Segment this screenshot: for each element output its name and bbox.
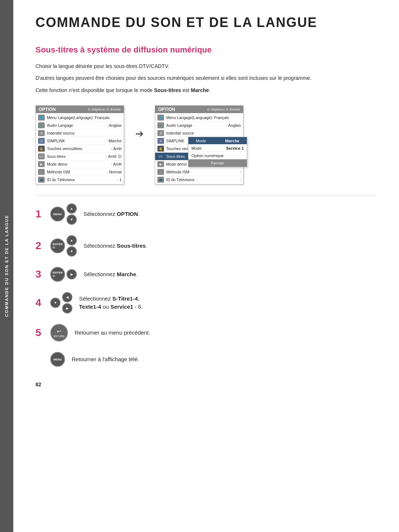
step-3-number: 3 bbox=[35, 269, 44, 279]
lock-icon: 🔒 bbox=[157, 146, 164, 152]
menu-row: 🔊 Audio Langage : Anglais bbox=[155, 122, 243, 129]
menu-left-header: OPTION ⊙ Déplacer ⊙ Entrée bbox=[36, 106, 124, 113]
gear-icon: ⚙ bbox=[38, 130, 45, 136]
menu-right-nav: ⊙ Déplacer ⊙ Entrée bbox=[207, 108, 240, 111]
gear-icon: ⚙ bbox=[157, 130, 164, 136]
popup-submenu: ◀ Mode Marche ▶ Mode Service 1 Option nu… bbox=[188, 137, 247, 167]
menu-row: 📺 ID du Téléviseur : 1 bbox=[36, 176, 124, 183]
lock-icon: 🔒 bbox=[38, 146, 45, 152]
cc-icon: CC bbox=[157, 153, 164, 159]
bullet-icon bbox=[118, 155, 122, 158]
arrow-right: ➔ bbox=[135, 105, 144, 140]
menu-row: ▶ Mode démo : Arrêt bbox=[36, 160, 124, 168]
popup-row-service1: Mode Service 1 bbox=[188, 145, 247, 152]
menu-row: 🔊 Audio Langage : Anglais bbox=[36, 122, 124, 129]
menu-row: 🌐 Menu Langage(Language): Français bbox=[36, 114, 124, 122]
ism-icon: ~ bbox=[157, 169, 164, 175]
speaker-icon: 🔊 bbox=[157, 122, 164, 128]
step-3: 3 ENTER⊙ Sélectionnez Marche. bbox=[35, 267, 377, 282]
step-1-icons: MENU bbox=[50, 203, 77, 225]
enter-button-2: ENTER⊙ bbox=[50, 267, 65, 282]
arrow-symbol: ➔ bbox=[135, 128, 144, 140]
para2: D'autres langues peuvent être choisies p… bbox=[35, 74, 377, 82]
down-nav-btn bbox=[66, 246, 77, 257]
menu-row: 📺 ID du Téléviseur : bbox=[155, 176, 243, 183]
step-3-text: Sélectionnez Marche. bbox=[83, 270, 138, 279]
popup-arrow-right: ▶ bbox=[241, 139, 244, 143]
cc-icon: CC bbox=[38, 153, 45, 159]
globe-icon: 🌐 bbox=[157, 115, 164, 121]
para3: Cette fonction n'est disponible que lors… bbox=[35, 86, 377, 94]
speaker-icon: 🔊 bbox=[38, 122, 45, 128]
demo-icon: ▶ bbox=[38, 161, 45, 167]
ism-icon: ~ bbox=[38, 169, 45, 175]
para3-bold1: Sous-titres bbox=[154, 87, 181, 93]
enter-button: ENTER⊙ bbox=[50, 238, 65, 253]
menu-button: MENU bbox=[50, 207, 65, 221]
step-menu-icons: MENU bbox=[50, 352, 65, 367]
demo-icon: ▶ bbox=[157, 161, 164, 167]
tv-icon: 📺 bbox=[157, 177, 164, 183]
globe-icon: 🌐 bbox=[38, 115, 45, 121]
step-5: 5 ↩ RETURN Retourner au menu précédent. bbox=[35, 324, 377, 342]
step-1-text: Sélectionnez OPTION. bbox=[83, 210, 140, 218]
steps-section: 1 MENU Sélectionnez OPTION. 2 ENTER⊙ bbox=[35, 203, 377, 367]
step-5-icons: ↩ RETURN bbox=[50, 324, 68, 342]
step-2: 2 ENTER⊙ Sélectionnez Sous-titres. bbox=[35, 235, 377, 257]
step-2-text: Sélectionnez Sous-titres. bbox=[83, 242, 147, 250]
menu-right-container: OPTION ⊙ Déplacer ⊙ Entrée 🌐 Menu Langag… bbox=[155, 105, 243, 184]
menus-row: OPTION ⊙ Déplacer ⊙ Entrée 🌐 Menu Langag… bbox=[35, 105, 377, 184]
menu-row: S SIMPLINK : Marche bbox=[36, 137, 124, 145]
divider bbox=[35, 196, 377, 196]
section-heading: Sous-titres à système de diffusion numér… bbox=[35, 45, 377, 55]
sidebar-label: COMMANDE DU SON ET DE LA LANGUE bbox=[4, 215, 9, 317]
return-button: ↩ RETURN bbox=[50, 324, 68, 342]
step-5-number: 5 bbox=[35, 328, 44, 338]
para3-bold2: Marche bbox=[191, 87, 209, 93]
step-1: 1 MENU Sélectionnez OPTION. bbox=[35, 203, 377, 225]
menu-row: ⚙ Indentité source bbox=[155, 129, 243, 137]
simplink-icon: S bbox=[38, 138, 45, 144]
para3-end: . bbox=[209, 87, 211, 93]
menu-left-nav: ⊙ Déplacer ⊙ Entrée bbox=[88, 108, 121, 111]
simplink-icon: S bbox=[157, 138, 164, 144]
step-4: 4 Sélectionnez S-Titre1-4, Texte1-4 ou S… bbox=[35, 292, 377, 314]
step-5-text: Retourner au menu précédent. bbox=[75, 329, 150, 337]
menu-button-2: MENU bbox=[50, 352, 65, 367]
para3-mid: est bbox=[181, 87, 191, 93]
popup-row-marche: ◀ Mode Marche ▶ bbox=[188, 137, 247, 145]
menu-left: OPTION ⊙ Déplacer ⊙ Entrée 🌐 Menu Langag… bbox=[35, 105, 124, 184]
up-nav-btn bbox=[66, 235, 77, 245]
menu-row: ⚙ Indentité source bbox=[36, 129, 124, 137]
menu-right-header: OPTION ⊙ Déplacer ⊙ Entrée bbox=[155, 106, 243, 113]
menu-left-title: OPTION bbox=[39, 107, 56, 112]
tv-icon: 📺 bbox=[38, 177, 45, 183]
menu-row: CC Sous-titres : Arrêt bbox=[36, 153, 124, 160]
sidebar: COMMANDE DU SON ET DE LA LANGUE bbox=[0, 0, 13, 532]
step-2-number: 2 bbox=[35, 241, 44, 251]
page-number: 82 bbox=[35, 382, 377, 387]
step-4-number: 4 bbox=[35, 298, 44, 308]
para1: Choisir la langue désirée pour les sous-… bbox=[35, 62, 377, 70]
menu-right-title: OPTION bbox=[158, 107, 175, 112]
step-menu-text: Retourner à l'affichage télé. bbox=[72, 355, 139, 364]
page-title: COMMANDE DU SON ET DE LA LANGUE bbox=[35, 15, 377, 30]
menu-row: 🔒 Touches verrouillées : Arrêt bbox=[36, 145, 124, 153]
right-nav-btn bbox=[66, 269, 77, 279]
step-1-number: 1 bbox=[35, 209, 44, 219]
step-2-icons: ENTER⊙ bbox=[50, 235, 77, 257]
up-nav-btn bbox=[66, 203, 77, 214]
menu-left-rows: 🌐 Menu Langage(Language): Français 🔊 Aud… bbox=[36, 113, 124, 184]
popup-arrow-left: ◀ bbox=[191, 139, 194, 143]
down-nav-btn bbox=[66, 214, 77, 225]
popup-row-option: Option numérique bbox=[188, 152, 247, 159]
step-menu: 0 MENU Retourner à l'affichage télé. bbox=[35, 352, 377, 367]
step-4-icons bbox=[50, 292, 72, 314]
step-3-icons: ENTER⊙ bbox=[50, 267, 77, 282]
menu-row: ~ Méthode ISM : bbox=[155, 168, 243, 176]
para3-text: Cette fonction n'est disponible que lors… bbox=[35, 87, 154, 93]
menu-row: 🌐 Menu Langage(Language): Français bbox=[155, 114, 243, 122]
step-4-text: Sélectionnez S-Titre1-4, Texte1-4 ou Ser… bbox=[79, 295, 143, 311]
main-content: COMMANDE DU SON ET DE LA LANGUE Sous-tit… bbox=[13, 0, 399, 410]
popup-row-fermer: Fermer bbox=[188, 159, 247, 167]
